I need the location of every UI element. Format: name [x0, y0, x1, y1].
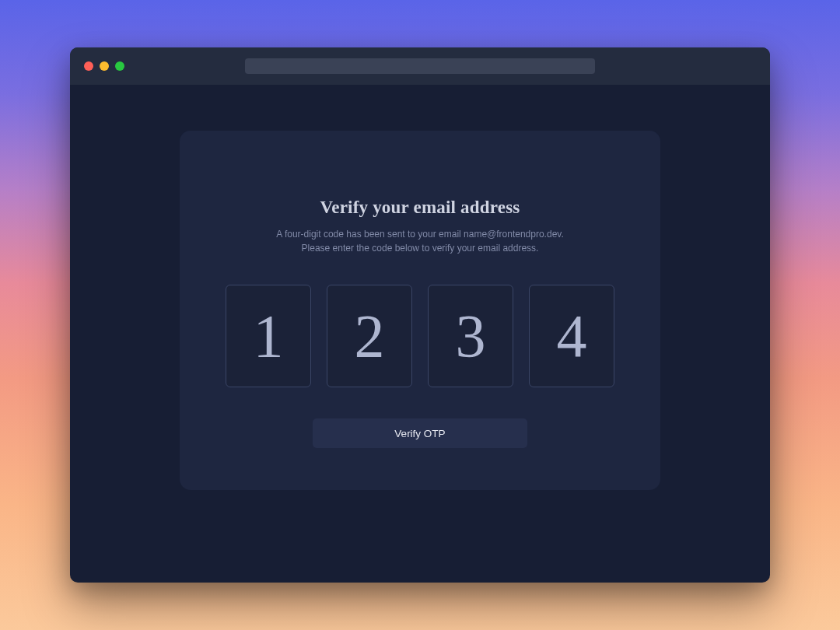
otp-digit-3[interactable] — [428, 285, 513, 387]
close-icon[interactable] — [84, 61, 93, 71]
card-subtitle: A four-digit code has been sent to your … — [276, 227, 564, 255]
subtitle-line-1: A four-digit code has been sent to your … — [276, 227, 564, 241]
traffic-lights — [84, 61, 124, 71]
url-bar[interactable] — [245, 58, 595, 74]
titlebar — [70, 47, 770, 85]
otp-input-row — [226, 285, 614, 387]
minimize-icon[interactable] — [100, 61, 109, 71]
otp-digit-2[interactable] — [327, 285, 412, 387]
browser-window: Verify your email address A four-digit c… — [70, 47, 770, 583]
otp-digit-1[interactable] — [226, 285, 311, 387]
window-content: Verify your email address A four-digit c… — [70, 85, 770, 583]
verify-otp-button[interactable]: Verify OTP — [313, 418, 527, 448]
otp-digit-4[interactable] — [529, 285, 614, 387]
maximize-icon[interactable] — [115, 61, 124, 71]
subtitle-line-2: Please enter the code below to verify yo… — [276, 241, 564, 255]
card-title: Verify your email address — [320, 198, 520, 218]
verify-card: Verify your email address A four-digit c… — [180, 131, 660, 490]
